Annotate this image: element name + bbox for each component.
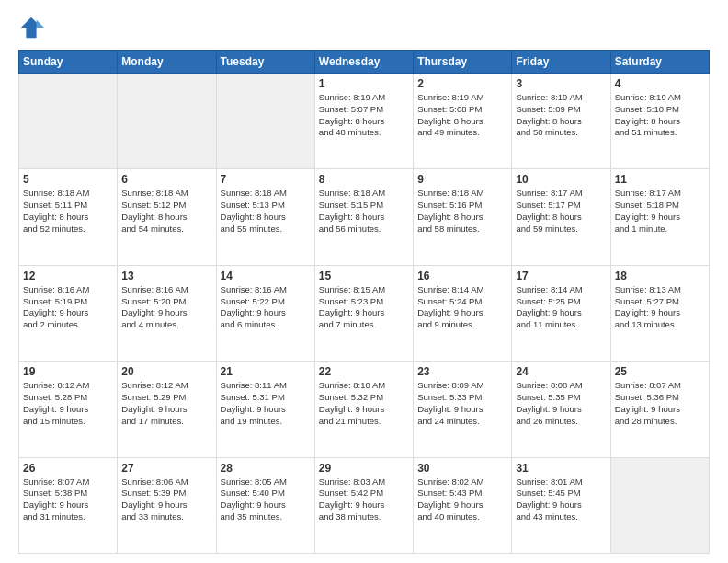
day-info: Sunrise: 8:05 AM Sunset: 5:40 PM Dayligh… — [221, 477, 311, 523]
day-number: 20 — [121, 365, 211, 378]
calendar-week-row: 1Sunrise: 8:19 AM Sunset: 5:07 PM Daylig… — [19, 74, 710, 169]
calendar-cell: 27Sunrise: 8:06 AM Sunset: 5:39 PM Dayli… — [118, 457, 216, 553]
day-number: 31 — [516, 462, 606, 475]
day-info: Sunrise: 8:13 AM Sunset: 5:27 PM Dayligh… — [615, 284, 705, 331]
day-info: Sunrise: 8:19 AM Sunset: 5:09 PM Dayligh… — [516, 92, 606, 139]
day-info: Sunrise: 8:17 AM Sunset: 5:17 PM Dayligh… — [516, 188, 606, 235]
day-number: 29 — [319, 462, 409, 475]
day-info: Sunrise: 8:18 AM Sunset: 5:15 PM Dayligh… — [319, 188, 409, 235]
day-number: 15 — [319, 270, 409, 282]
day-info: Sunrise: 8:15 AM Sunset: 5:23 PM Dayligh… — [319, 284, 409, 331]
day-info: Sunrise: 8:07 AM Sunset: 5:36 PM Dayligh… — [615, 380, 705, 427]
day-number: 2 — [417, 77, 507, 90]
day-info: Sunrise: 8:03 AM Sunset: 5:42 PM Dayligh… — [319, 477, 409, 523]
calendar-cell: 14Sunrise: 8:16 AM Sunset: 5:22 PM Dayli… — [216, 265, 314, 361]
day-info: Sunrise: 8:02 AM Sunset: 5:43 PM Dayligh… — [417, 477, 507, 523]
day-number: 30 — [417, 462, 507, 475]
calendar-cell: 17Sunrise: 8:14 AM Sunset: 5:25 PM Dayli… — [512, 265, 610, 361]
day-info: Sunrise: 8:19 AM Sunset: 5:07 PM Dayligh… — [319, 92, 409, 139]
weekday-header: Friday — [512, 51, 610, 74]
calendar-cell: 25Sunrise: 8:07 AM Sunset: 5:36 PM Dayli… — [610, 362, 709, 457]
weekday-header: Sunday — [19, 51, 118, 74]
day-number: 28 — [221, 462, 311, 475]
calendar-week-row: 19Sunrise: 8:12 AM Sunset: 5:28 PM Dayli… — [19, 362, 710, 457]
calendar-cell: 8Sunrise: 8:18 AM Sunset: 5:15 PM Daylig… — [314, 169, 413, 265]
calendar-cell: 29Sunrise: 8:03 AM Sunset: 5:42 PM Dayli… — [314, 457, 413, 553]
calendar-cell — [610, 457, 709, 553]
calendar-cell: 5Sunrise: 8:18 AM Sunset: 5:11 PM Daylig… — [19, 169, 118, 265]
day-number: 27 — [121, 462, 211, 475]
calendar-cell: 30Sunrise: 8:02 AM Sunset: 5:43 PM Dayli… — [414, 457, 512, 553]
day-number: 22 — [319, 365, 409, 378]
day-info: Sunrise: 8:16 AM Sunset: 5:20 PM Dayligh… — [121, 284, 211, 331]
calendar-cell: 16Sunrise: 8:14 AM Sunset: 5:24 PM Dayli… — [414, 265, 512, 361]
day-number: 26 — [23, 462, 113, 475]
day-info: Sunrise: 8:19 AM Sunset: 5:08 PM Dayligh… — [417, 92, 507, 139]
calendar-cell: 1Sunrise: 8:19 AM Sunset: 5:07 PM Daylig… — [314, 74, 413, 169]
day-number: 18 — [615, 270, 705, 282]
calendar-cell: 28Sunrise: 8:05 AM Sunset: 5:40 PM Dayli… — [216, 457, 314, 553]
day-info: Sunrise: 8:16 AM Sunset: 5:22 PM Dayligh… — [221, 284, 311, 331]
day-info: Sunrise: 8:06 AM Sunset: 5:39 PM Dayligh… — [121, 477, 211, 523]
day-number: 1 — [319, 77, 409, 90]
calendar-cell: 7Sunrise: 8:18 AM Sunset: 5:13 PM Daylig… — [216, 169, 314, 265]
day-number: 11 — [615, 173, 705, 186]
logo — [18, 15, 48, 40]
day-info: Sunrise: 8:07 AM Sunset: 5:38 PM Dayligh… — [23, 477, 113, 523]
day-info: Sunrise: 8:11 AM Sunset: 5:31 PM Dayligh… — [221, 380, 311, 427]
weekday-header: Wednesday — [314, 51, 413, 74]
calendar-cell: 18Sunrise: 8:13 AM Sunset: 5:27 PM Dayli… — [610, 265, 709, 361]
day-info: Sunrise: 8:08 AM Sunset: 5:35 PM Dayligh… — [516, 380, 606, 427]
day-info: Sunrise: 8:01 AM Sunset: 5:45 PM Dayligh… — [516, 477, 606, 523]
day-number: 25 — [615, 365, 705, 378]
calendar-cell: 2Sunrise: 8:19 AM Sunset: 5:08 PM Daylig… — [414, 74, 512, 169]
day-info: Sunrise: 8:12 AM Sunset: 5:28 PM Dayligh… — [23, 380, 113, 427]
weekday-header: Thursday — [414, 51, 512, 74]
calendar-cell — [216, 74, 314, 169]
calendar-cell: 4Sunrise: 8:19 AM Sunset: 5:10 PM Daylig… — [610, 74, 709, 169]
calendar-table: SundayMondayTuesdayWednesdayThursdayFrid… — [18, 50, 710, 554]
day-number: 8 — [319, 173, 409, 186]
day-number: 14 — [221, 270, 311, 282]
day-number: 16 — [417, 270, 507, 282]
day-number: 24 — [516, 365, 606, 378]
calendar-cell: 15Sunrise: 8:15 AM Sunset: 5:23 PM Dayli… — [314, 265, 413, 361]
day-info: Sunrise: 8:14 AM Sunset: 5:24 PM Dayligh… — [417, 284, 507, 331]
calendar-cell: 24Sunrise: 8:08 AM Sunset: 5:35 PM Dayli… — [512, 362, 610, 457]
day-info: Sunrise: 8:18 AM Sunset: 5:11 PM Dayligh… — [23, 188, 113, 235]
calendar-cell: 22Sunrise: 8:10 AM Sunset: 5:32 PM Dayli… — [314, 362, 413, 457]
calendar-cell: 12Sunrise: 8:16 AM Sunset: 5:19 PM Dayli… — [19, 265, 118, 361]
calendar-cell: 6Sunrise: 8:18 AM Sunset: 5:12 PM Daylig… — [118, 169, 216, 265]
day-number: 10 — [516, 173, 606, 186]
weekday-header: Tuesday — [216, 51, 314, 74]
day-info: Sunrise: 8:12 AM Sunset: 5:29 PM Dayligh… — [121, 380, 211, 427]
day-number: 3 — [516, 77, 606, 90]
calendar-cell: 21Sunrise: 8:11 AM Sunset: 5:31 PM Dayli… — [216, 362, 314, 457]
day-number: 9 — [417, 173, 507, 186]
day-number: 4 — [615, 77, 705, 90]
day-number: 17 — [516, 270, 606, 282]
day-info: Sunrise: 8:16 AM Sunset: 5:19 PM Dayligh… — [23, 284, 113, 331]
day-info: Sunrise: 8:18 AM Sunset: 5:12 PM Dayligh… — [121, 188, 211, 235]
logo-icon — [18, 15, 44, 40]
calendar-week-row: 26Sunrise: 8:07 AM Sunset: 5:38 PM Dayli… — [19, 457, 710, 553]
calendar-cell: 13Sunrise: 8:16 AM Sunset: 5:20 PM Dayli… — [118, 265, 216, 361]
day-info: Sunrise: 8:10 AM Sunset: 5:32 PM Dayligh… — [319, 380, 409, 427]
calendar-cell: 11Sunrise: 8:17 AM Sunset: 5:18 PM Dayli… — [610, 169, 709, 265]
day-info: Sunrise: 8:18 AM Sunset: 5:16 PM Dayligh… — [417, 188, 507, 235]
calendar-cell: 19Sunrise: 8:12 AM Sunset: 5:28 PM Dayli… — [19, 362, 118, 457]
weekday-header: Saturday — [610, 51, 709, 74]
day-number: 5 — [23, 173, 113, 186]
calendar-cell: 31Sunrise: 8:01 AM Sunset: 5:45 PM Dayli… — [512, 457, 610, 553]
day-info: Sunrise: 8:19 AM Sunset: 5:10 PM Dayligh… — [615, 92, 705, 139]
day-number: 19 — [23, 365, 113, 378]
calendar-cell: 20Sunrise: 8:12 AM Sunset: 5:29 PM Dayli… — [118, 362, 216, 457]
weekday-header: Monday — [118, 51, 216, 74]
calendar-cell: 3Sunrise: 8:19 AM Sunset: 5:09 PM Daylig… — [512, 74, 610, 169]
calendar-header-row: SundayMondayTuesdayWednesdayThursdayFrid… — [19, 51, 710, 74]
calendar-cell: 23Sunrise: 8:09 AM Sunset: 5:33 PM Dayli… — [414, 362, 512, 457]
day-number: 21 — [221, 365, 311, 378]
calendar-cell: 9Sunrise: 8:18 AM Sunset: 5:16 PM Daylig… — [414, 169, 512, 265]
day-number: 12 — [23, 270, 113, 282]
day-number: 7 — [221, 173, 311, 186]
